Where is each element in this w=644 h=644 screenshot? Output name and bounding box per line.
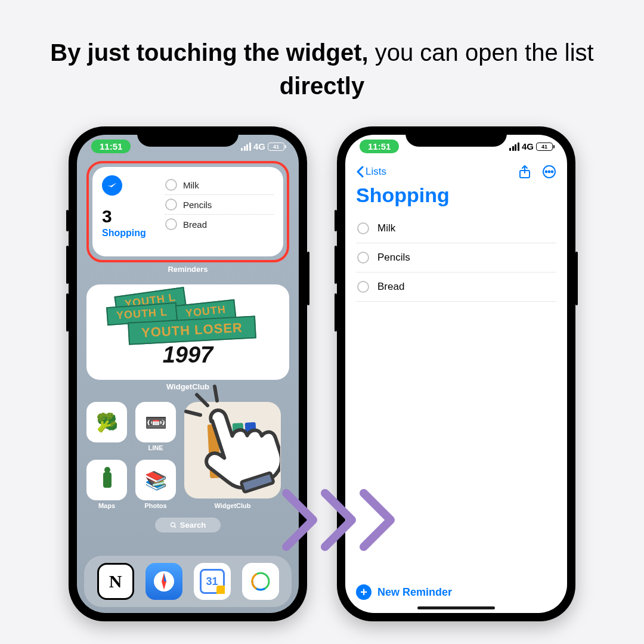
battery-icon: 41 (536, 143, 553, 151)
svg-line-1 (174, 526, 176, 528)
app-label: Maps (86, 502, 127, 509)
yl-year: 1997 (163, 342, 213, 368)
network-label: 4G (253, 141, 265, 151)
share-icon[interactable] (518, 165, 531, 179)
widget-label: WidgetClub (86, 382, 289, 391)
svg-point-11 (549, 171, 550, 173)
transition-arrows-icon (280, 484, 400, 556)
new-reminder-button[interactable]: + New Reminder (356, 584, 452, 600)
app-icon[interactable] (86, 460, 127, 500)
status-time: 11:51 (360, 140, 399, 153)
battery-icon: 41 (268, 143, 284, 151)
more-icon[interactable] (542, 165, 556, 179)
status-time: 11:51 (91, 140, 131, 153)
dock: N 31 (84, 556, 292, 607)
svg-point-0 (171, 522, 175, 527)
widget-item[interactable]: Bread (165, 214, 274, 234)
reminder-item[interactable]: Bread (356, 273, 556, 302)
app-icon[interactable]: 📚 (135, 460, 176, 500)
widget-label: WidgetClub (184, 502, 281, 509)
reminder-item[interactable]: Pencils (356, 243, 556, 273)
plus-icon: + (356, 584, 371, 600)
search-button[interactable]: Search (155, 518, 221, 532)
status-bar: 11:51 4G 41 (345, 140, 567, 153)
signal-icon (509, 143, 519, 151)
checkbox-icon[interactable] (165, 218, 177, 230)
dock-app-calendar[interactable]: 31 (194, 563, 231, 600)
cassette-stack-icon (207, 422, 258, 478)
youthloser-widget[interactable]: YOUTH L YOUTH L YOUTH YOUTH LOSER 1997 (86, 284, 289, 380)
widget-count: 3 (102, 206, 157, 227)
widget-app-label: Reminders (86, 265, 289, 274)
status-bar: 11:51 4G 41 (77, 140, 299, 153)
headline: By just touching the widget, you can ope… (0, 0, 644, 126)
checkbox-icon[interactable] (165, 199, 177, 210)
dock-app-notion[interactable]: N (97, 563, 134, 600)
reminder-item[interactable]: Milk (356, 214, 556, 243)
network-label: 4G (522, 141, 534, 151)
dock-app-chatgpt[interactable] (242, 563, 279, 600)
phone-home: 11:51 4G 41 3 Shopp (69, 126, 307, 621)
home-indicator[interactable] (417, 606, 495, 609)
knot-icon (249, 569, 273, 593)
svg-point-12 (552, 171, 553, 173)
svg-point-10 (546, 171, 547, 173)
list-icon (102, 175, 122, 196)
checkbox-icon[interactable] (357, 252, 369, 264)
checkbox-icon[interactable] (165, 179, 177, 191)
back-button[interactable]: Lists (356, 166, 386, 178)
chevron-left-icon (356, 166, 364, 178)
app-icon[interactable]: 🥦 (86, 402, 127, 442)
reminders-widget[interactable]: 3 Shopping Milk Pencils Bread (92, 167, 283, 256)
compass-icon (152, 569, 176, 593)
widget-highlight: 3 Shopping Milk Pencils Bread (86, 161, 289, 262)
signal-icon (241, 143, 251, 151)
app-label: LINE (135, 444, 176, 451)
widgetclub-medium[interactable] (184, 402, 281, 499)
app-label: Photos (135, 502, 176, 509)
widget-item[interactable]: Pencils (165, 194, 274, 214)
app-icon[interactable]: 📼 (135, 402, 176, 442)
dock-app-safari[interactable] (145, 563, 182, 600)
search-icon (170, 522, 177, 529)
widget-list-name: Shopping (102, 228, 157, 239)
list-title: Shopping (356, 184, 556, 207)
checkbox-icon[interactable] (357, 222, 369, 234)
soldier-icon (98, 467, 115, 493)
widget-item[interactable]: Milk (165, 175, 274, 194)
checkbox-icon[interactable] (357, 281, 369, 293)
